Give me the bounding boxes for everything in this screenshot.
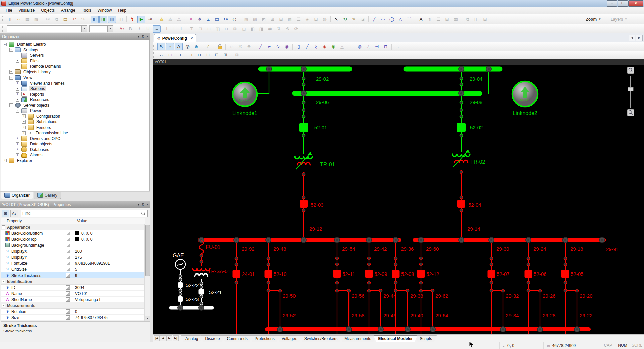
property-value[interactable]: 260	[73, 248, 145, 254]
switch-dot[interactable]	[527, 257, 530, 260]
tree-item-server-objects[interactable]: −Server objects	[1, 103, 149, 108]
alphabetical-sort-button[interactable]: A↓	[10, 210, 18, 217]
switch-dot[interactable]	[564, 263, 567, 266]
menu-file[interactable]: File	[3, 7, 15, 13]
verify-warnings-icon[interactable]: ⚠	[158, 16, 166, 23]
switch-dot[interactable]	[302, 115, 305, 118]
switch-dot[interactable]	[394, 281, 397, 284]
ct-symbol-icon[interactable]: ◉	[329, 43, 337, 50]
run-icon[interactable]: ▶	[137, 16, 145, 23]
tree-item-transmission-line[interactable]: +✗Transmission Line	[1, 130, 149, 136]
property-row-strokethickness[interactable]: 9StrokeThickness9	[1, 272, 145, 279]
caption-menu-icon[interactable]: ▾	[138, 33, 139, 40]
modifier-button[interactable]	[66, 297, 70, 302]
breaker-52-03[interactable]	[300, 200, 308, 208]
label-Linknode2[interactable]: Linknode2	[513, 110, 537, 116]
measure-pen-icon[interactable]: ⁄	[204, 43, 212, 50]
tab-electrical-modeler[interactable]: Electrical Modeler	[374, 335, 418, 342]
delta-symbol-icon[interactable]: △	[338, 43, 346, 50]
switch-dot[interactable]	[420, 263, 423, 266]
label-52-01[interactable]: 52-01	[314, 124, 327, 130]
report-book-icon[interactable]: ▤	[213, 16, 221, 23]
property-value[interactable]: 0, 0, 0	[73, 230, 145, 236]
gallery-panel-icon[interactable]: ◨	[99, 16, 107, 23]
tree-item-databases[interactable]: +Databases	[1, 147, 149, 153]
switch-dot[interactable]	[267, 289, 270, 292]
label-GAE[interactable]: GAE	[173, 253, 184, 258]
property-category-measurements[interactable]: −Measurements	[1, 303, 145, 309]
tree-item-settings[interactable]: −Settings	[1, 47, 149, 53]
colors-icon[interactable]: ✳	[187, 16, 195, 23]
tree-expander-icon[interactable]: +	[16, 87, 19, 91]
switch-dot[interactable]	[200, 302, 203, 305]
breaker-52-23[interactable]	[178, 296, 183, 302]
property-value[interactable]: 9,08165840891901	[73, 260, 145, 266]
tab-switches-breakers[interactable]: Switches/Breakers	[300, 335, 342, 342]
switch-dot[interactable]	[431, 289, 434, 292]
text-tool-icon[interactable]: A	[417, 16, 425, 23]
switch-dot[interactable]	[200, 260, 203, 263]
switch-dot[interactable]	[267, 281, 270, 284]
zoom-dropdown[interactable]: Zoom▼	[583, 16, 604, 22]
properties-scrollbar[interactable]: ▼	[144, 224, 150, 321]
tree-expander-icon[interactable]: −	[3, 43, 7, 46]
tree-expander-icon[interactable]: +	[3, 159, 7, 162]
close-icon[interactable]: ×	[146, 201, 148, 208]
switch-dot[interactable]	[368, 289, 371, 292]
switch-dot[interactable]	[460, 101, 463, 104]
switch-dot[interactable]	[302, 109, 305, 112]
modifier-button[interactable]	[66, 249, 70, 253]
switch-dot[interactable]	[576, 289, 579, 292]
tree-expander-icon[interactable]: +	[22, 120, 26, 124]
tree-item-servers[interactable]: +Servers	[1, 53, 149, 58]
switch-dot[interactable]	[179, 293, 182, 296]
tab-protections[interactable]: Protections	[250, 335, 279, 342]
toolbar-handle2[interactable]	[2, 26, 4, 32]
switch-dot[interactable]	[302, 77, 305, 80]
label-29-42[interactable]: 29-42	[374, 246, 387, 252]
tree-item-resources[interactable]: +Resources	[1, 97, 149, 103]
switch-dot[interactable]	[527, 263, 530, 266]
label-52-11[interactable]: 52-11	[342, 271, 355, 277]
toolbar-handle3[interactable]	[153, 44, 156, 50]
paste-icon[interactable]: ▤	[61, 16, 69, 23]
grid-toggle-icon[interactable]: ∷	[157, 51, 165, 59]
switch-dot[interactable]	[460, 171, 463, 174]
label-29-04[interactable]: 29-04	[470, 76, 482, 82]
switch-dot[interactable]	[235, 263, 238, 266]
layers-dropdown[interactable]: Layers▼	[608, 16, 630, 22]
property-row-gridsize[interactable]: 9GridSize5	[1, 266, 145, 272]
properties-panel-icon[interactable]: ▥	[108, 16, 116, 23]
grid-icon[interactable]: ▦	[452, 16, 460, 23]
label-29-32[interactable]: 29-32	[506, 293, 519, 299]
tree-item-viewer-and-frames[interactable]: +Viewer and Frames	[1, 81, 149, 86]
decimal-format-icon[interactable]: 1.0	[222, 16, 230, 23]
switch-dot[interactable]	[460, 115, 463, 118]
tree-expander-icon[interactable]: −	[9, 48, 13, 52]
switch-dot[interactable]	[200, 286, 203, 289]
property-value[interactable]: Votuporanga I	[73, 297, 145, 302]
switch-dot[interactable]	[200, 282, 203, 285]
switch-dot[interactable]	[302, 196, 305, 199]
drop-connection-icon[interactable]: ⊖	[245, 43, 253, 50]
stop-execution-icon[interactable]: ↯	[128, 16, 137, 23]
verify-errors-icon[interactable]: ⚠	[166, 16, 174, 23]
switch-symbol-icon[interactable]: ╱	[303, 43, 311, 50]
lock-icon[interactable]	[216, 43, 224, 50]
switch-dot[interactable]	[460, 83, 463, 86]
toolbar-handle4[interactable]	[153, 52, 156, 58]
switch-dot[interactable]	[336, 263, 339, 266]
redo-icon[interactable]: ↷	[79, 16, 87, 23]
line-tool-icon[interactable]: ╱	[370, 16, 378, 23]
switch-dot[interactable]	[302, 173, 305, 176]
menu-arrange[interactable]: Arrange	[58, 7, 78, 13]
property-row-fontsize[interactable]: 9FontSize9,08165840891901	[1, 260, 145, 266]
align-left-icon[interactable]: ⊣	[161, 25, 169, 33]
property-row-backgroundimage[interactable]: BackgroundImage	[1, 242, 145, 248]
property-row-id[interactable]: 9ID3094	[1, 285, 145, 291]
switch-dot[interactable]	[336, 257, 339, 260]
align-tops-icon[interactable]: ⊓	[195, 51, 203, 59]
property-value[interactable]: 5	[73, 266, 145, 272]
find-input[interactable]	[21, 211, 141, 216]
tree-expander-icon[interactable]: +	[9, 70, 13, 74]
